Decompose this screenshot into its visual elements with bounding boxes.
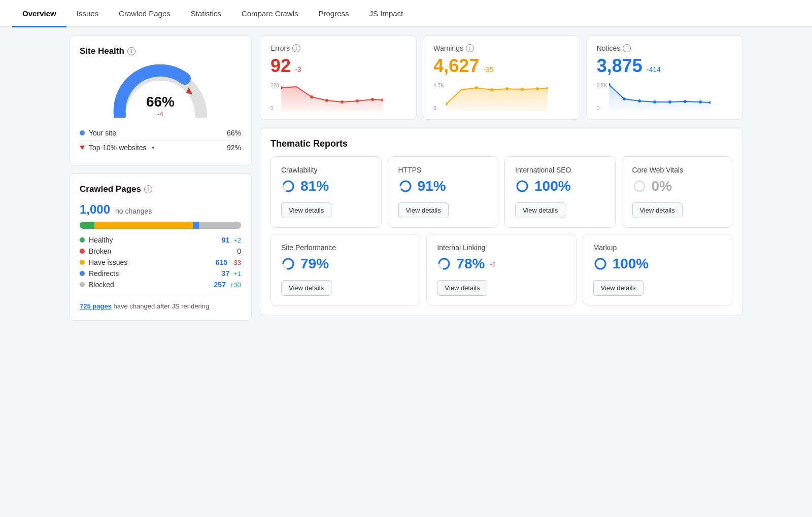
your-site-dot [80,130,85,135]
bar-issues [94,222,193,229]
nav-issues[interactable]: Issues [66,0,109,27]
core-web-vitals-view-details[interactable]: View details [632,202,683,218]
svg-point-18 [653,100,656,104]
notices-label: Notices i [597,44,732,52]
warnings-card: Warnings i 4,627 -35 4.7K 0 [423,36,580,120]
warnings-sparkline [446,83,548,111]
notices-sparkline [609,83,710,111]
blocked-value: 257 [214,281,226,289]
crawled-pages-card: Crawled Pages i 1,000 no changes Healthy [69,174,252,321]
warnings-label: Warnings i [433,44,569,52]
top10-chevron-icon[interactable]: ▾ [152,145,155,151]
gauge-chart: 66% -4 [110,64,211,118]
pages-legend: Healthy 91 +2 Broken 0 [80,236,241,289]
thematic-reports-card: Thematic Reports Crawlability 81% View d… [260,128,743,316]
broken-value: 0 [237,247,241,255]
crawlability-name: Crawlability [281,166,371,174]
errors-info-icon[interactable]: i [292,44,300,52]
report-crawlability: Crawlability 81% View details [270,156,382,228]
warnings-value-row: 4,627 -35 [433,55,569,77]
site-performance-pct: 79% [300,256,329,272]
gauge-center: 66% -4 [146,94,175,118]
top-navigation: Overview Issues Crawled Pages Statistics… [0,0,812,27]
crawlability-pct: 81% [300,178,329,194]
site-health-info-icon[interactable]: i [127,47,136,55]
pages-legend-issues: Have issues 615 -33 [80,258,241,266]
svg-point-21 [699,100,702,104]
svg-point-10 [490,88,493,91]
https-view-details[interactable]: View details [398,202,449,218]
errors-label: Errors i [270,44,406,52]
errors-spark-min: 0 [270,106,279,111]
site-legend-row-top10: Top-10% websites ▾ 92% [80,141,241,155]
top10-label: Top-10% websites [89,144,147,152]
crawlability-circle-icon [281,179,295,193]
nav-js-impact[interactable]: JS Impact [359,0,414,27]
site-health-title: Site Health i [80,46,241,56]
top10-value: 92% [227,144,241,152]
crawled-pages-no-changes: no changes [115,207,152,215]
crawled-pages-info-icon[interactable]: i [144,185,152,193]
svg-point-19 [668,100,671,104]
https-pct-row: 91% [398,178,488,194]
changed-pages-text: 725 pages have changed after JS renderin… [80,296,241,310]
thematic-reports-title: Thematic Reports [270,139,732,149]
broken-dot [80,249,85,254]
report-https: HTTPS 91% View details [388,156,499,228]
pages-legend-redirects: Redirects 37 +1 [80,269,241,278]
blocked-delta: +30 [230,281,241,289]
redirects-value: 37 [222,269,230,278]
top10-triangle-icon [80,146,85,150]
international-seo-pct: 100% [534,178,571,194]
site-performance-name: Site Performance [281,244,410,252]
markup-name: Markup [593,244,722,252]
nav-progress[interactable]: Progress [309,0,359,27]
nav-statistics[interactable]: Statistics [181,0,231,27]
healthy-dot [80,237,85,243]
nav-compare-crawls[interactable]: Compare Crawls [231,0,309,27]
warnings-delta: -35 [483,65,493,74]
svg-point-6 [371,98,374,101]
crawlability-view-details[interactable]: View details [281,202,331,218]
issues-value: 615 [216,258,227,266]
notices-info-icon[interactable]: i [623,44,631,52]
https-name: HTTPS [398,166,488,174]
svg-point-17 [638,99,641,102]
report-site-performance: Site Performance 79% View details [270,234,420,305]
warnings-value: 4,627 [433,55,479,77]
nav-crawled-pages[interactable]: Crawled Pages [109,0,181,27]
reports-bottom-grid: Site Performance 79% View details Intern… [270,234,732,305]
issues-label: Have issues [89,258,127,266]
markup-pct: 100% [613,256,649,272]
crawled-pages-count-row: 1,000 no changes [80,202,241,217]
your-site-value: 66% [227,129,241,137]
svg-point-20 [684,100,687,103]
nav-overview[interactable]: Overview [12,0,66,27]
report-international-seo: International SEO 100% View details [504,156,616,228]
redirects-label: Redirects [89,269,119,278]
internal-linking-pct: 78% [456,256,485,272]
blocked-dot [80,282,85,287]
svg-point-16 [623,97,626,100]
international-seo-view-details[interactable]: View details [515,202,565,218]
warnings-spark-min: 0 [433,106,444,111]
errors-delta: -3 [295,65,301,74]
internal-linking-view-details[interactable]: View details [437,280,487,296]
changed-pages-link[interactable]: 725 pages [80,302,112,310]
errors-spark-max: 228 [270,83,279,88]
markup-view-details[interactable]: View details [593,280,644,296]
metrics-row: Errors i 92 -3 228 0 [260,36,743,120]
warnings-info-icon[interactable]: i [466,44,474,52]
internal-linking-circle-icon [437,257,451,271]
right-column: Errors i 92 -3 228 0 [260,36,743,321]
international-seo-pct-row: 100% [515,178,605,194]
errors-value-row: 92 -3 [270,55,406,77]
svg-point-2 [310,95,313,98]
bar-blocked [199,222,241,229]
svg-point-28 [634,181,645,191]
svg-point-9 [475,86,478,89]
notices-value-row: 3,875 -414 [597,55,732,77]
svg-point-12 [521,88,524,91]
site-performance-view-details[interactable]: View details [281,280,331,296]
redirects-delta: +1 [233,270,241,278]
